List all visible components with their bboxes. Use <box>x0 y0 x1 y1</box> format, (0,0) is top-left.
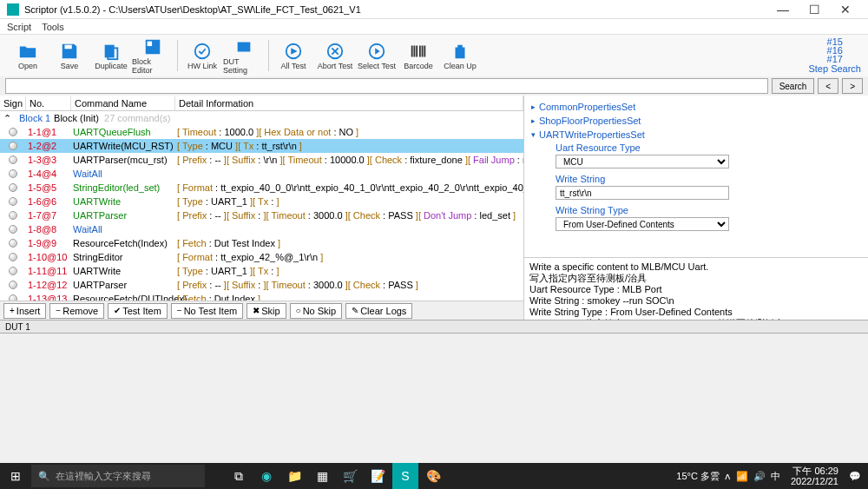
header-no[interactable]: No. <box>26 96 71 110</box>
prop-group-shopfloor[interactable]: ▸ShopFloorPropertiesSet <box>531 115 861 127</box>
table-row[interactable]: 1-12@12UARTParser[ Prefix : -- ][ Suffix… <box>0 278 523 292</box>
row-bullet-icon <box>9 128 17 136</box>
table-row[interactable]: 1-1@1UARTQueueFlush[ Timeout : 1000.0 ][… <box>0 125 523 139</box>
table-row[interactable]: 1-9@9ResourceFetch(Index)[ Fetch : Dut T… <box>0 236 523 250</box>
app-icon-3[interactable]: 📝 <box>365 463 391 489</box>
save-button[interactable]: Save <box>49 36 90 75</box>
app-icon-4[interactable]: 🎨 <box>420 463 446 489</box>
close-button[interactable]: ✕ <box>830 3 861 17</box>
maximize-button[interactable]: ☐ <box>799 3 830 17</box>
write-string-input[interactable] <box>556 186 729 200</box>
title-bar: Scriptor (v1.5.0.2) - C:\Users\ATUser\De… <box>0 0 868 19</box>
svg-rect-4 <box>148 41 153 46</box>
svg-rect-0 <box>65 44 72 49</box>
row-bullet-icon <box>9 211 17 220</box>
ime-indicator: 中 <box>771 470 780 483</box>
header-sign[interactable]: Sign <box>0 96 26 110</box>
info-box: Write a specific content to MLB/MCU Uart… <box>524 257 868 320</box>
table-row[interactable]: 1-6@6UARTWrite[ Type : UART_1 ][ Tx : ] <box>0 195 523 208</box>
prop-group-common[interactable]: ▸CommonPropertiesSet <box>531 101 861 113</box>
select-test-button[interactable]: Select Test <box>356 36 398 75</box>
uart-resource-type-select[interactable]: MCU <box>556 155 729 169</box>
row-bullet-icon <box>9 155 17 164</box>
toolbar: Open Save Duplicate Block Editor HW Link… <box>0 35 868 76</box>
edge-icon[interactable]: ◉ <box>253 463 279 489</box>
remove-button[interactable]: − Remove <box>49 303 104 319</box>
step-search[interactable]: #15 #16 #17 Step Search <box>808 37 861 74</box>
action-bar: + Insert − Remove ✔ Test Item − No Test … <box>0 301 523 320</box>
window-title: Scriptor (v1.5.0.2) - C:\Users\ATUser\De… <box>24 4 767 15</box>
no-skip-button[interactable]: ○ No Skip <box>290 303 343 319</box>
no-test-item-button[interactable]: − No Test Item <box>171 303 243 319</box>
grid-header: Sign No. Command Name Detail Information <box>0 96 523 111</box>
skip-button[interactable]: ✖ Skip <box>247 303 286 319</box>
minimize-button[interactable]: — <box>767 3 799 17</box>
insert-button[interactable]: + Insert <box>3 303 46 319</box>
menu-bar: Script Tools <box>0 19 868 35</box>
clean-up-button[interactable]: Clean Up <box>439 36 481 75</box>
taskbar: ⊞ 🔍在這裡輸入文字來搜尋 ⧉ ◉ 📁 ▦ 🛒 📝 S 🎨 15°C 多雲 ʌ … <box>0 463 868 489</box>
svg-point-5 <box>195 43 210 58</box>
block-collapse-icon[interactable]: ⌃ <box>3 113 16 124</box>
uart-resource-type-label: Uart Resource Type <box>556 142 861 153</box>
block-editor-button[interactable]: Block Editor <box>132 36 174 75</box>
app-icon-1[interactable]: ▦ <box>309 463 335 489</box>
search-next-button[interactable]: > <box>842 78 863 94</box>
abort-test-button[interactable]: Abort Test <box>314 36 356 75</box>
barcode-button[interactable]: Barcode <box>398 36 439 75</box>
search-prev-button[interactable]: < <box>818 78 838 94</box>
taskbar-search[interactable]: 🔍在這裡輸入文字來搜尋 <box>31 465 205 487</box>
start-button[interactable]: ⊞ <box>0 469 31 483</box>
task-view-icon[interactable]: ⧉ <box>226 463 252 489</box>
system-tray[interactable]: 15°C 多雲 ʌ 📶 🔊 中 下午 06:292022/12/21 💬 <box>669 466 868 486</box>
search-input[interactable] <box>5 78 768 94</box>
row-bullet-icon <box>9 169 17 178</box>
command-grid: Sign No. Command Name Detail Information… <box>0 96 524 320</box>
header-detail[interactable]: Detail Information <box>175 96 523 110</box>
search-icon: 🔍 <box>38 471 50 482</box>
table-row[interactable]: 1-7@7UARTParser[ Prefix : -- ][ Suffix :… <box>0 208 523 222</box>
row-bullet-icon <box>9 197 17 206</box>
test-item-button[interactable]: ✔ Test Item <box>108 303 168 319</box>
volume-icon: 🔊 <box>753 471 766 482</box>
table-row[interactable]: 1-2@2UARTWrite(MCU_RST)[ Type : MCU ][ T… <box>0 139 523 153</box>
search-row: Search < > <box>0 76 868 96</box>
row-bullet-icon <box>9 294 17 301</box>
svg-rect-6 <box>238 42 251 51</box>
table-row[interactable]: 1-8@8WaitAll <box>0 222 523 236</box>
grid-body[interactable]: ⌃Block 1Block (Init)27 command(s)1-1@1UA… <box>0 111 523 301</box>
clock[interactable]: 下午 06:292022/12/21 <box>786 466 844 486</box>
app-icon-2[interactable]: 🛒 <box>337 463 363 489</box>
dut-tab[interactable]: DUT 1 <box>0 320 868 334</box>
menu-tools[interactable]: Tools <box>42 22 64 32</box>
row-bullet-icon <box>9 281 17 289</box>
row-bullet-icon <box>9 142 17 150</box>
table-row[interactable]: 1-13@13ResourceFetch(DUTIndex)[ Fetch : … <box>0 292 523 301</box>
explorer-icon[interactable]: 📁 <box>281 463 307 489</box>
duplicate-button[interactable]: Duplicate <box>90 36 132 75</box>
search-button[interactable]: Search <box>772 78 815 94</box>
row-bullet-icon <box>9 267 17 275</box>
console-area <box>0 334 868 461</box>
table-row[interactable]: 1-11@11UARTWrite[ Type : UART_1 ][ Tx : … <box>0 264 523 278</box>
row-bullet-icon <box>9 253 17 261</box>
all-test-button[interactable]: All Test <box>273 36 314 75</box>
open-button[interactable]: Open <box>7 36 49 75</box>
app-icon <box>7 3 19 16</box>
dut-setting-button[interactable]: DUT Setting <box>223 36 265 75</box>
clear-logs-button[interactable]: ✎ Clear Logs <box>345 303 412 319</box>
prop-group-uartwrite[interactable]: ▾UARTWritePropertiesSet <box>531 129 861 141</box>
row-bullet-icon <box>9 225 17 234</box>
row-bullet-icon <box>9 239 17 248</box>
scriptor-taskbar-icon[interactable]: S <box>392 463 418 489</box>
weather-widget[interactable]: 15°C 多雲 <box>676 470 720 483</box>
table-row[interactable]: 1-5@5StringEditor(led_set)[ Format : tt_… <box>0 181 523 195</box>
menu-script[interactable]: Script <box>7 22 31 32</box>
hw-link-button[interactable]: HW Link <box>181 36 223 75</box>
tray-chevron-icon: ʌ <box>725 471 731 482</box>
write-string-type-select[interactable]: From User-Defined Contents <box>556 217 729 231</box>
header-cmd[interactable]: Command Name <box>71 96 175 110</box>
table-row[interactable]: 1-4@4WaitAll <box>0 167 523 181</box>
table-row[interactable]: 1-3@3UARTParser(mcu_rst)[ Prefix : -- ][… <box>0 153 523 167</box>
table-row[interactable]: 1-10@10StringEditor[ Format : tt_expio_4… <box>0 250 523 264</box>
